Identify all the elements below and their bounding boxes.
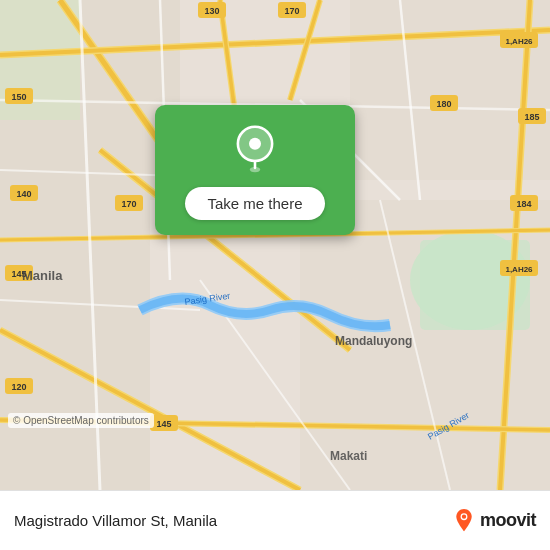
location-label: Magistrado Villamor St, Manila bbox=[14, 512, 452, 529]
svg-point-69 bbox=[250, 167, 260, 172]
svg-text:Makati: Makati bbox=[330, 449, 367, 463]
svg-text:145: 145 bbox=[156, 419, 171, 429]
svg-text:Manila: Manila bbox=[22, 268, 63, 283]
svg-text:Mandaluyong: Mandaluyong bbox=[335, 334, 412, 348]
moovit-pin-icon bbox=[452, 509, 476, 533]
svg-text:150: 150 bbox=[11, 92, 26, 102]
action-card[interactable]: Take me there bbox=[155, 105, 355, 235]
svg-text:185: 185 bbox=[524, 112, 539, 122]
svg-text:184: 184 bbox=[516, 199, 531, 209]
take-me-there-button[interactable]: Take me there bbox=[185, 187, 324, 220]
svg-text:120: 120 bbox=[11, 382, 26, 392]
location-pin-icon bbox=[231, 125, 279, 173]
svg-text:170: 170 bbox=[284, 6, 299, 16]
svg-point-71 bbox=[462, 514, 466, 518]
svg-text:180: 180 bbox=[436, 99, 451, 109]
svg-text:170: 170 bbox=[121, 199, 136, 209]
attribution-text: © OpenStreetMap contributors bbox=[8, 413, 154, 428]
moovit-logo: moovit bbox=[452, 509, 536, 533]
svg-text:1,AH26: 1,AH26 bbox=[505, 265, 533, 274]
bottom-bar: Magistrado Villamor St, Manila moovit bbox=[0, 490, 550, 550]
map-container: Pasig River 130 170 150 140 145 170 180 … bbox=[0, 0, 550, 490]
moovit-brand-label: moovit bbox=[480, 510, 536, 531]
svg-text:140: 140 bbox=[16, 189, 31, 199]
svg-text:1,AH26: 1,AH26 bbox=[505, 37, 533, 46]
svg-point-68 bbox=[249, 138, 261, 150]
svg-text:130: 130 bbox=[204, 6, 219, 16]
